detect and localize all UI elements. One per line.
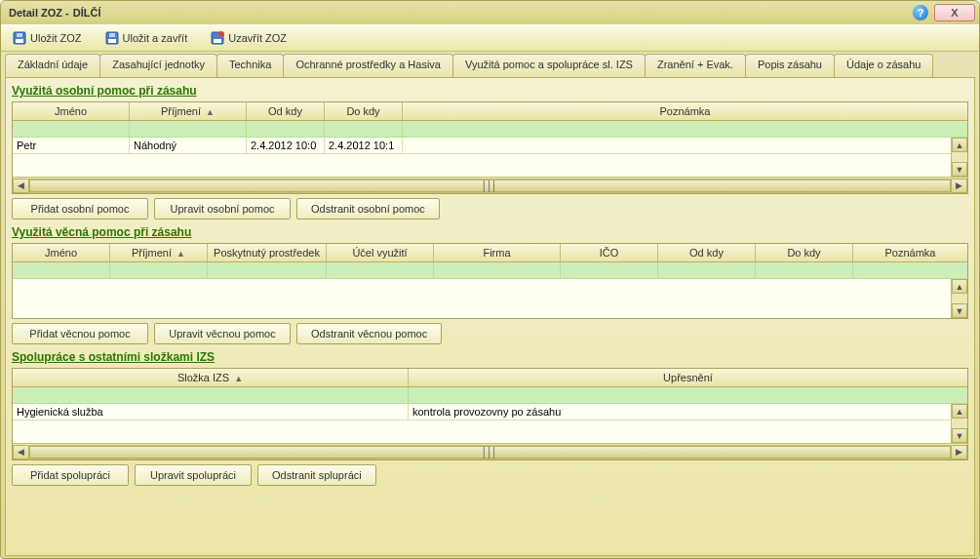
tab-udaje[interactable]: Údaje o zásahu [834, 54, 933, 77]
filter-cell[interactable] [13, 387, 409, 403]
scroll-down-icon[interactable]: ▼ [952, 428, 967, 443]
edit-osobni-button[interactable]: Upravit osobní pomoc [154, 198, 291, 220]
svg-point-8 [218, 31, 224, 37]
scroll-thumb[interactable]: ||| [29, 180, 951, 192]
del-vecna-button[interactable]: Odstranit věcnou pomoc [296, 323, 442, 344]
button-row: Přidat spolupráci Upravit spolupráci Ods… [12, 464, 968, 486]
filter-cell[interactable] [247, 121, 325, 137]
scroll-left-icon[interactable]: ◀ [13, 445, 29, 459]
scroll-track[interactable] [952, 419, 967, 428]
tab-zasahujici[interactable]: Zasahující jednotky [99, 54, 217, 77]
filter-cell[interactable] [658, 262, 756, 278]
filter-cell[interactable] [409, 387, 967, 403]
col-prijmeni[interactable]: Příjmení ▲ [110, 244, 208, 261]
vscrollbar[interactable]: ▲ ▼ [951, 138, 967, 177]
tab-technika[interactable]: Technika [216, 54, 284, 77]
section1-title: Využitá osobní pomoc při zásahu [12, 84, 968, 98]
grid-body: Hygienická služba kontrola provozovny po… [13, 404, 951, 443]
add-vecna-button[interactable]: Přidat věcnou pomoc [12, 323, 148, 344]
scroll-track[interactable] [952, 152, 967, 162]
filter-cell[interactable] [403, 121, 967, 137]
cell-prijmeni: Náhodný [130, 138, 247, 153]
col-poznamka[interactable]: Poznámka [853, 244, 967, 261]
vscrollbar[interactable]: ▲ ▼ [951, 404, 967, 443]
svg-rect-2 [17, 33, 22, 37]
scroll-up-icon[interactable]: ▲ [952, 138, 967, 152]
filter-cell[interactable] [13, 262, 110, 278]
edit-spoluprace-button[interactable]: Upravit spolupráci [135, 464, 252, 486]
add-spoluprace-button[interactable]: Přidat spolupráci [12, 464, 129, 486]
scroll-up-icon[interactable]: ▲ [952, 279, 967, 294]
hscrollbar[interactable]: ◀ ||| ▶ [13, 443, 967, 459]
button-row: Přidat věcnou pomoc Upravit věcnou pomoc… [12, 323, 968, 344]
scroll-right-icon[interactable]: ▶ [951, 445, 967, 459]
scroll-thumb[interactable]: ||| [29, 446, 951, 459]
title-text-a: Detail ZOZ - [9, 7, 69, 19]
col-ico[interactable]: IČO [561, 244, 658, 261]
scroll-track[interactable] [952, 294, 967, 303]
col-prostredek[interactable]: Poskytnutý prostředek [208, 244, 327, 261]
col-prijmeni[interactable]: Příjmení ▲ [130, 102, 247, 120]
tab-popis[interactable]: Popis zásahu [745, 54, 835, 77]
hscrollbar[interactable]: ◀ ||| ▶ [13, 177, 967, 193]
tab-vyuzita-pomoc[interactable]: Využitá pomoc a spolupráce sl. IZS [452, 54, 646, 77]
save-label: Uložit ZOZ [30, 32, 82, 44]
filter-cell[interactable] [130, 121, 247, 137]
tab-ochranne[interactable]: Ochranné prostředky a Hasiva [283, 54, 453, 77]
grip-icon: ||| [483, 446, 497, 458]
help-icon[interactable]: ? [913, 5, 928, 20]
sort-icon: ▲ [176, 249, 185, 259]
del-spoluprace-button[interactable]: Odstranit splupráci [257, 464, 376, 486]
filter-cell[interactable] [208, 262, 327, 278]
filter-cell[interactable] [13, 121, 130, 137]
col-poznamka[interactable]: Poznámka [403, 102, 967, 120]
col-upresneni[interactable]: Upřesnění [409, 369, 967, 386]
col-dokdy[interactable]: Do kdy [325, 102, 403, 120]
scroll-left-icon[interactable]: ◀ [13, 179, 29, 193]
save-close-button[interactable]: Uložit a zavřít [99, 28, 194, 48]
scroll-track[interactable]: ||| [29, 445, 951, 459]
grid-body: Petr Náhodný 2.4.2012 10:0 2.4.2012 10:1 [13, 138, 951, 177]
col-firma[interactable]: Firma [434, 244, 561, 261]
grid-header: Jméno Příjmení ▲ Od kdy Do kdy Poznámka [13, 102, 967, 121]
col-odkdy[interactable]: Od kdy [658, 244, 756, 261]
edit-vecna-button[interactable]: Upravit věcnou pomoc [154, 323, 291, 344]
sort-icon: ▲ [206, 107, 215, 117]
filter-cell[interactable] [327, 262, 434, 278]
save-button[interactable]: Uložit ZOZ [7, 28, 88, 48]
col-jmeno[interactable]: Jméno [13, 102, 130, 120]
grid-header: Jméno Příjmení ▲ Poskytnutý prostředek Ú… [13, 244, 967, 262]
scroll-down-icon[interactable]: ▼ [952, 162, 967, 177]
col-ucel[interactable]: Účel využití [327, 244, 434, 261]
grid-filter [13, 387, 967, 404]
scroll-right-icon[interactable]: ▶ [951, 179, 967, 193]
scroll-track[interactable]: ||| [29, 179, 951, 193]
tab-zakladni[interactable]: Základní údaje [5, 54, 100, 77]
filter-cell[interactable] [434, 262, 561, 278]
col-jmeno[interactable]: Jméno [13, 244, 110, 261]
cell-jmeno: Petr [13, 138, 130, 153]
vscrollbar[interactable]: ▲ ▼ [951, 279, 967, 318]
scroll-up-icon[interactable]: ▲ [952, 404, 967, 419]
grid-spoluprace: Složka IZS ▲ Upřesnění Hygienická služba… [12, 368, 968, 460]
del-osobni-button[interactable]: Odstranit osobní pomoc [296, 198, 440, 220]
filter-cell[interactable] [561, 262, 658, 278]
close-zoz-button[interactable]: Uzavřít ZOZ [205, 28, 293, 48]
table-row[interactable]: Hygienická služba kontrola provozovny po… [13, 404, 951, 420]
section2-title: Využitá věcná pomoc při zásahu [12, 225, 968, 239]
scroll-down-icon[interactable]: ▼ [952, 303, 967, 318]
grid-header: Složka IZS ▲ Upřesnění [13, 369, 967, 387]
filter-cell[interactable] [325, 121, 403, 137]
col-odkdy[interactable]: Od kdy [247, 102, 325, 120]
add-osobni-button[interactable]: Přidat osobní pomoc [12, 198, 148, 220]
tab-zraneni[interactable]: Zranění + Evak. [645, 54, 746, 77]
table-row[interactable]: Petr Náhodný 2.4.2012 10:0 2.4.2012 10:1 [13, 138, 951, 154]
filter-cell[interactable] [110, 262, 208, 278]
close-button[interactable]: X [934, 4, 975, 21]
toolbar: Uložit ZOZ Uložit a zavřít Uzavřít ZOZ [1, 24, 979, 52]
filter-cell[interactable] [853, 262, 967, 278]
col-slozka[interactable]: Složka IZS ▲ [13, 369, 409, 386]
filter-cell[interactable] [756, 262, 853, 278]
col-prijmeni-label: Příjmení [161, 105, 201, 117]
col-dokdy[interactable]: Do kdy [756, 244, 853, 261]
